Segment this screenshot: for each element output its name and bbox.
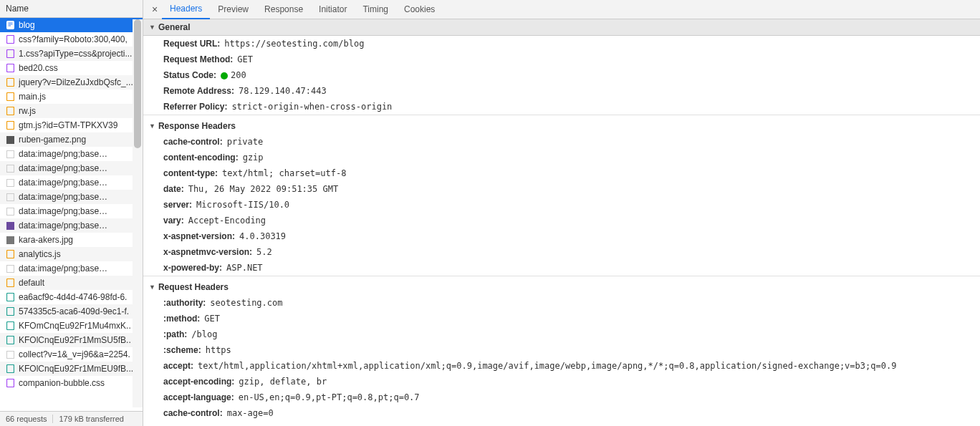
header-row: x-aspnetmvc-version:5.2 [143,244,980,260]
request-row[interactable]: KFOlCnqEu92Fr1MmEU9fB... [0,362,143,376]
header-value: https [206,345,231,355]
header-value: max-age=0 [227,408,274,418]
header-row: :authority:seotesting.com [143,295,980,311]
header-key: cache-control: [163,137,223,147]
request-row[interactable]: KFOmCnqEu92Fr1Mu4mxK.. [0,319,143,333]
request-row[interactable]: 574335c5-aca6-409d-9ec1-f. [0,304,143,319]
request-row[interactable]: analytics.js [0,247,143,261]
header-key: :scheme: [163,345,201,355]
section-request-headers[interactable]: ▼ Request Headers [143,276,980,295]
request-name: css?family=Roboto:300,400, [19,34,128,44]
header-key: Referrer Policy: [163,102,227,112]
scrollbar[interactable] [133,19,143,407]
svg-rect-18 [6,236,14,243]
request-row[interactable]: rw.js [0,104,143,118]
tab-headers[interactable]: Headers [162,0,210,19]
file-type-icon [6,293,14,301]
request-row[interactable]: data:image/png;base… [0,175,143,190]
request-row[interactable]: data:image/png;base… [0,218,143,233]
header-key: server: [163,200,192,210]
file-type-icon [6,336,14,344]
request-name: KFOlCnqEu92Fr1MmEU9fB... [19,364,133,374]
svg-rect-8 [6,93,14,101]
header-key: Request URL: [163,39,220,49]
request-name: data:image/png;base… [19,163,107,173]
request-row[interactable]: blog [0,18,143,32]
file-type-icon [6,150,14,158]
header-value: GET [204,314,220,324]
request-row[interactable]: data:image/png;base… [0,190,143,204]
request-row[interactable]: ea6acf9c-4d4d-4746-98fd-6. [0,290,143,304]
request-row[interactable]: main.js [0,89,143,104]
transferred-size: 179 kB transferred [53,415,130,423]
header-value: 200 [221,70,246,80]
request-row[interactable]: kara-akers.jpg [0,233,143,247]
header-value: 78.129.140.47:443 [239,86,327,96]
svg-rect-11 [6,136,14,143]
request-row[interactable]: KFOlCnqEu92Fr1MmSU5fB.. [0,333,143,347]
sidebar-footer: 66 requests 179 kB transferred [0,411,143,426]
section-general[interactable]: ▼ General [143,19,980,36]
tab-timing[interactable]: Timing [355,0,396,19]
svg-rect-14 [6,179,14,186]
svg-rect-0 [6,21,14,29]
request-row[interactable]: css?family=Roboto:300,400, [0,32,143,47]
header-row: x-powered-by:ASP.NET [143,260,980,276]
request-row[interactable]: companion-bubble.css [0,376,143,390]
tab-cookies[interactable]: Cookies [396,0,443,19]
request-name: jquery?v=DilzeZuJxdbQsfc_... [19,77,133,87]
tabbar: × HeadersPreviewResponseInitiatorTimingC… [143,0,980,19]
header-row: accept-language:en-US,en;q=0.9,pt-PT;q=0… [143,389,980,405]
tab-preview[interactable]: Preview [210,0,256,19]
file-type-icon [6,35,14,44]
header-key: content-encoding: [163,153,239,163]
request-row[interactable]: default [0,276,143,290]
network-sidebar: Name blogcss?family=Roboto:300,400,1.css… [0,0,143,426]
chevron-down-icon: ▼ [149,122,155,130]
file-type-icon [6,193,14,201]
request-row[interactable]: data:image/png;base… [0,147,143,161]
request-name: rw.js [19,106,36,116]
headers-detail-scroll[interactable]: ▼ General Request URL:https://seotesting… [143,19,980,426]
request-row[interactable]: data:image/png;base… [0,161,143,175]
sidebar-column-header[interactable]: Name [0,0,143,18]
svg-rect-5 [6,50,14,58]
svg-rect-19 [6,251,14,258]
svg-rect-6 [6,64,14,72]
header-value: /blog [191,329,217,339]
section-response-headers[interactable]: ▼ Response Headers [143,115,980,134]
header-value: text/html; charset=utf-8 [222,168,346,178]
scrollbar-thumb[interactable] [134,19,141,148]
request-row[interactable]: collect?v=1&_v=j96&a=2254. [0,347,143,362]
header-value: gzip [243,153,264,163]
close-icon[interactable]: × [148,4,162,15]
header-row: date:Thu, 26 May 2022 09:51:35 GMT [143,181,980,197]
request-row[interactable]: 1.css?apiType=css&projecti... [0,47,143,61]
svg-rect-23 [6,308,14,316]
request-row[interactable]: gtm.js?id=GTM-TPKXV39 [0,118,143,132]
tab-initiator[interactable]: Initiator [311,0,355,19]
file-type-icon [6,164,14,173]
header-value: en-US,en;q=0.9,pt-PT;q=0.8,pt;q=0.7 [239,392,420,402]
request-list[interactable]: blogcss?family=Roboto:300,400,1.css?apiT… [0,18,143,411]
svg-rect-13 [6,165,14,172]
header-key: x-powered-by: [163,263,222,273]
header-key: Remote Address: [163,86,234,96]
header-key: accept-encoding: [163,377,234,387]
request-name: ruben-gamez.png [19,135,86,145]
svg-rect-21 [6,279,14,287]
header-row: :method:GET [143,311,980,326]
request-name: data:image/png;base… [19,206,107,216]
request-row[interactable]: data:image/png;base… [0,261,143,276]
request-row[interactable]: ruben-gamez.png [0,132,143,147]
header-value: private [227,137,264,147]
request-row[interactable]: jquery?v=DilzeZuJxdbQsfc_... [0,75,143,89]
request-row[interactable]: data:image/png;base… [0,204,143,218]
svg-rect-10 [6,122,14,130]
request-row[interactable]: bed20.css [0,61,143,75]
header-value: ASP.NET [226,263,263,273]
tab-response[interactable]: Response [256,0,311,19]
request-name: blog [19,20,35,30]
svg-rect-9 [6,107,14,115]
svg-rect-25 [6,337,14,344]
